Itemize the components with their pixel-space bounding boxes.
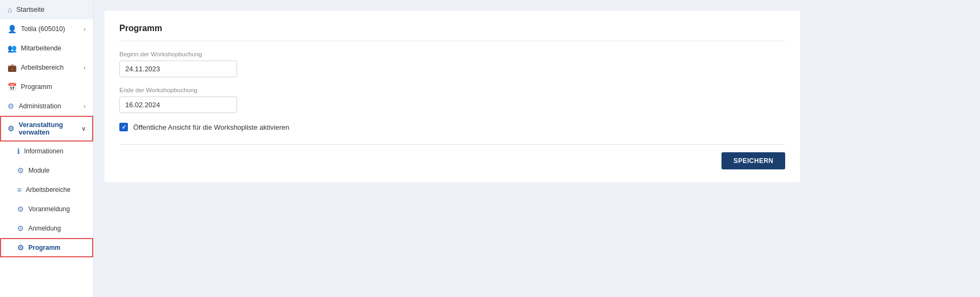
sidebar-label-administration: Administration	[19, 102, 61, 110]
save-button[interactable]: SPEICHERN	[721, 152, 785, 169]
briefcase-icon	[7, 63, 17, 72]
sidebar-label-startseite: Startseite	[16, 6, 44, 13]
checkbox-row: Öffentliche Ansicht für die Workshoplist…	[119, 123, 785, 131]
sidebar-label-voranmeldung: Voranmeldung	[28, 205, 70, 213]
sidebar-item-programm-top[interactable]: Programm	[0, 77, 93, 96]
sidebar-item-mitarbeitende[interactable]: Mitarbeitende	[0, 39, 93, 58]
ende-label: Ende der Workshopbuchung	[119, 87, 785, 93]
gear-icon-prog	[17, 243, 24, 252]
sidebar-label-anmeldung: Anmeldung	[28, 225, 61, 232]
sidebar-item-arbeitsbereich[interactable]: Arbeitsbereich ‹	[0, 58, 93, 77]
areas-icon	[17, 185, 21, 194]
beginn-input[interactable]	[119, 61, 237, 77]
card-title: Programm	[119, 24, 785, 41]
chevron-icon-veranstaltung: ∨	[81, 125, 86, 132]
sidebar-item-anmeldung[interactable]: Anmeldung	[0, 219, 93, 238]
chevron-icon-3: ‹	[83, 103, 86, 109]
main-content: Programm Beginn der Workshopbuchung Ende…	[94, 0, 980, 297]
home-icon	[7, 5, 12, 14]
gear-icon-an	[17, 224, 24, 233]
beginn-field-group: Beginn der Workshopbuchung	[119, 51, 785, 77]
card-footer: SPEICHERN	[119, 144, 785, 169]
sidebar-label-module: Module	[28, 167, 49, 174]
sidebar-item-voranmeldung[interactable]: Voranmeldung	[0, 199, 93, 219]
sidebar: Startseite Totila (605010) ‹ Mitarbeiten…	[0, 0, 94, 297]
sidebar-label-veranstaltung: Veranstaltung verwalten	[19, 121, 77, 136]
programm-card: Programm Beginn der Workshopbuchung Ende…	[104, 11, 800, 182]
calendar-icon	[7, 83, 17, 91]
chevron-icon-2: ‹	[83, 64, 86, 71]
sidebar-item-module[interactable]: Module	[0, 161, 93, 180]
gear-icon-admin	[7, 102, 14, 110]
sidebar-item-veranstaltung[interactable]: Veranstaltung verwalten ∨	[0, 116, 93, 142]
sidebar-label-arbeitsbereiche: Arbeitsbereiche	[26, 186, 70, 194]
gear-icon-vor	[17, 205, 24, 213]
sidebar-item-arbeitsbereiche[interactable]: Arbeitsbereiche	[0, 180, 93, 199]
sidebar-item-programm-sub[interactable]: Programm	[0, 238, 93, 257]
user-icon	[7, 25, 17, 33]
sidebar-label-informationen: Informationen	[24, 147, 63, 155]
sidebar-item-totila[interactable]: Totila (605010) ‹	[0, 19, 93, 39]
ende-input[interactable]	[119, 96, 237, 113]
sidebar-item-informationen[interactable]: Informationen	[0, 142, 93, 161]
ende-field-group: Ende der Workshopbuchung	[119, 87, 785, 113]
sidebar-item-administration[interactable]: Administration ‹	[0, 96, 93, 116]
sidebar-item-startseite[interactable]: Startseite	[0, 0, 93, 19]
info-icon	[17, 147, 20, 155]
sidebar-label-totila: Totila (605010)	[21, 25, 65, 33]
sidebar-label-programm-top: Programm	[21, 83, 52, 91]
sidebar-label-programm-sub: Programm	[28, 244, 60, 251]
users-icon	[7, 44, 17, 53]
sidebar-label-arbeitsbereich: Arbeitsbereich	[21, 64, 64, 71]
gear-icon-module	[17, 166, 24, 175]
gear-icon-veranstaltung	[7, 124, 14, 133]
chevron-icon: ‹	[83, 26, 86, 32]
public-view-checkbox[interactable]	[119, 123, 128, 131]
checkbox-label: Öffentliche Ansicht für die Workshoplist…	[133, 123, 289, 131]
sidebar-label-mitarbeitende: Mitarbeitende	[21, 44, 62, 52]
beginn-label: Beginn der Workshopbuchung	[119, 51, 785, 57]
